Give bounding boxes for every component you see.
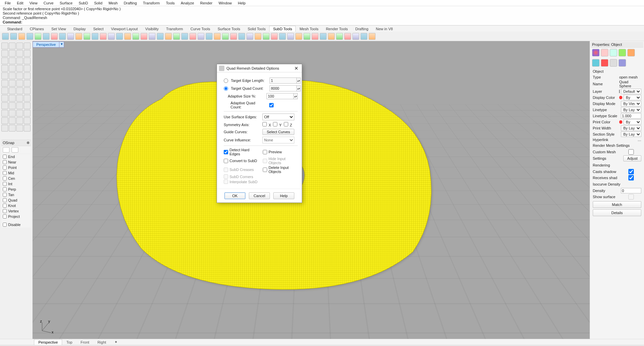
tool-icon[interactable] — [9, 125, 16, 132]
osnap-toggle[interactable] — [3, 147, 10, 153]
tooltab-visibility[interactable]: Visibility — [142, 26, 163, 32]
osnap-near[interactable]: Near — [1, 159, 31, 165]
tooltab-display[interactable]: Display — [70, 26, 89, 32]
tooltab-curve-tools[interactable]: Curve Tools — [187, 26, 214, 32]
tool-icon[interactable] — [1, 117, 8, 124]
tool-icon[interactable] — [16, 102, 23, 109]
toolbar-icon[interactable] — [149, 33, 155, 40]
viewport-title-tab[interactable]: Perspective ▾ — [33, 41, 64, 48]
target-quad-count-input[interactable] — [270, 85, 297, 91]
toolbar-icon[interactable] — [92, 33, 98, 40]
toolbar-icon[interactable] — [108, 33, 115, 40]
toolbar-icon[interactable] — [116, 33, 123, 40]
linetype-select[interactable]: By Layer — [621, 107, 641, 113]
detect-hard-edges-checkbox[interactable]: Detect Hard Edges — [224, 148, 259, 156]
menu-view[interactable]: View — [27, 1, 40, 5]
sym-y[interactable]: Y — [273, 122, 281, 127]
tool-icon[interactable] — [16, 117, 23, 124]
osnap-disable[interactable]: Disable — [1, 222, 31, 227]
toolbar-icon[interactable] — [124, 33, 131, 40]
toolbar-icon[interactable] — [84, 33, 90, 40]
mapping-icon[interactable] — [610, 49, 617, 56]
adaptive-size-input[interactable] — [266, 93, 294, 99]
menu-window[interactable]: Window — [216, 1, 235, 5]
menu-tools[interactable]: Tools — [163, 1, 178, 5]
print-width-select[interactable]: By Layer — [621, 125, 641, 131]
custom-mesh-checkbox[interactable] — [621, 149, 641, 155]
target-quad-count-radio[interactable] — [224, 86, 228, 91]
match-button[interactable]: Match — [593, 201, 641, 208]
toolbar-icon[interactable] — [369, 33, 375, 40]
tooltab-transform[interactable]: Transform — [162, 26, 187, 32]
hyperlink-more-icon[interactable]: … — [638, 138, 641, 142]
adaptive-quad-count-checkbox[interactable] — [269, 103, 274, 107]
osnap-quad[interactable]: Quad — [1, 197, 31, 203]
toolbar-icon[interactable] — [35, 33, 41, 40]
tooltab-mesh-tools[interactable]: Mesh Tools — [296, 26, 322, 32]
tool-icon[interactable] — [9, 95, 16, 102]
tool-icon[interactable] — [9, 42, 16, 49]
osnap-cen[interactable]: Cen — [1, 176, 31, 181]
prop-icon[interactable] — [610, 59, 617, 67]
material-icon[interactable] — [592, 49, 600, 56]
menu-drafting[interactable]: Drafting — [121, 1, 140, 5]
toolbar-icon[interactable] — [320, 33, 327, 40]
linetype-scale-input[interactable] — [621, 113, 641, 119]
osnap-filter-icon[interactable] — [12, 147, 18, 153]
tool-icon[interactable] — [24, 87, 31, 94]
section-style-select[interactable]: By Layer — [621, 132, 641, 137]
tool-icon[interactable] — [9, 87, 16, 94]
tool-icon[interactable] — [9, 110, 16, 117]
tool-icon[interactable] — [16, 42, 23, 49]
tool-icon[interactable] — [1, 65, 8, 72]
menu-file[interactable]: File — [2, 1, 14, 5]
tool-icon[interactable] — [16, 57, 23, 64]
tool-icon[interactable] — [16, 110, 23, 117]
tool-icon[interactable] — [16, 50, 23, 57]
tool-icon[interactable] — [9, 50, 16, 57]
tool-icon[interactable] — [24, 95, 31, 102]
help-button[interactable]: Help — [273, 192, 294, 199]
osnap-knot[interactable]: Knot — [1, 203, 31, 208]
toolbar-icon[interactable] — [222, 33, 229, 40]
dialog-titlebar[interactable]: Quad Remesh Detailed Options ✕ — [217, 64, 302, 72]
prop-icon[interactable] — [619, 59, 626, 67]
toolbar-icon[interactable] — [100, 33, 107, 40]
menu-analyze[interactable]: Analyze — [178, 1, 197, 5]
tool-icon[interactable] — [24, 50, 31, 57]
toolbar-icon[interactable] — [263, 33, 270, 40]
viewport-tab-perspective[interactable]: Perspective — [34, 339, 62, 345]
tool-icon[interactable] — [24, 72, 31, 79]
tool-icon[interactable] — [9, 117, 16, 124]
target-edge-length-radio[interactable] — [224, 79, 228, 83]
viewport-tab-top[interactable]: Top — [62, 340, 76, 345]
toolbar-icon[interactable] — [271, 33, 278, 40]
spinner-icon[interactable]: ▴▾ — [294, 93, 298, 99]
spinner-icon[interactable]: ▴▾ — [297, 85, 301, 91]
toolbar-icon[interactable] — [312, 33, 318, 40]
toolbar-icon[interactable] — [198, 33, 204, 40]
menu-mesh[interactable]: Mesh — [106, 1, 121, 5]
menu-help[interactable]: Help — [235, 1, 249, 5]
print-color-select[interactable]: By — [624, 119, 641, 125]
delete-input-checkbox[interactable]: Delete Input Objects — [263, 166, 298, 174]
menu-edit[interactable]: Edit — [14, 1, 26, 5]
toolbar-icon[interactable] — [51, 33, 58, 40]
tool-icon[interactable] — [24, 42, 31, 49]
toolbar-icon[interactable] — [328, 33, 335, 40]
tool-icon[interactable] — [1, 110, 8, 117]
menu-curve[interactable]: Curve — [41, 1, 56, 5]
toolbar-icon[interactable] — [165, 33, 172, 40]
preview-checkbox[interactable]: Preview — [263, 148, 298, 156]
osnap-tan[interactable]: Tan — [1, 192, 31, 197]
tooltab-solid-tools[interactable]: Solid Tools — [244, 26, 269, 32]
tooltab-surface-tools[interactable]: Surface Tools — [214, 26, 244, 32]
viewport-dropdown-icon[interactable]: ▾ — [59, 41, 64, 48]
decal-icon[interactable] — [619, 49, 626, 56]
toolbar-icon[interactable] — [295, 33, 302, 40]
prop-icon[interactable] — [592, 59, 600, 67]
toolbar-icon[interactable] — [214, 33, 221, 40]
tool-icon[interactable] — [1, 50, 8, 57]
tool-icon[interactable] — [9, 57, 16, 64]
tool-icon[interactable] — [1, 42, 8, 49]
